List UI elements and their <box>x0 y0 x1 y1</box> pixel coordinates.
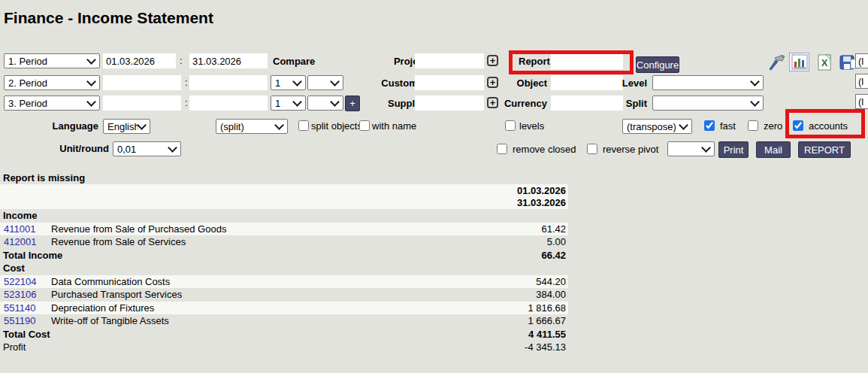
with-name-checkbox[interactable] <box>359 120 370 131</box>
account-code-link[interactable]: 411001 <box>0 223 51 235</box>
report-account-row: 523106Purchased Transport Services384.00 <box>0 288 568 302</box>
row-value: -4 345.13 <box>525 341 568 353</box>
row-label: Income <box>0 210 38 221</box>
period3-from-input[interactable] <box>103 96 181 111</box>
pivot-select[interactable] <box>667 141 715 156</box>
accounts-checkbox[interactable] <box>793 120 803 131</box>
with-name-label: with name <box>372 120 416 132</box>
period1-from-input[interactable] <box>103 53 176 68</box>
compare-label: Compare <box>273 56 315 67</box>
chevron-down-icon <box>750 77 760 86</box>
period3-select-value: 3. Period <box>8 98 47 109</box>
period1-select[interactable]: 1. Period <box>4 53 100 68</box>
account-value: 384.00 <box>536 289 568 300</box>
split-select[interactable] <box>652 96 764 111</box>
period1-to-input[interactable] <box>189 53 268 68</box>
row-value: 4 411.55 <box>528 329 568 340</box>
row-label: Total Income <box>0 250 62 261</box>
compare2-unit-select[interactable] <box>307 75 343 90</box>
level-select[interactable] <box>652 75 764 90</box>
project-input[interactable] <box>415 53 484 68</box>
remove-closed-checkbox[interactable] <box>497 144 507 154</box>
zero-checkbox[interactable] <box>748 120 758 131</box>
period2-to-input[interactable] <box>189 75 268 90</box>
chevron-down-icon <box>292 97 302 107</box>
report-input[interactable] <box>551 54 623 69</box>
chevron-down-icon <box>701 143 711 153</box>
excel-export-icon[interactable]: X <box>814 53 834 71</box>
split-mode-select[interactable]: (split) <box>216 119 288 134</box>
account-code-link[interactable]: 522104 <box>0 276 51 287</box>
page-title: Finance - Income Statement <box>4 9 213 27</box>
hammer-icon-svg <box>767 53 785 71</box>
report-section-row: Income <box>0 209 568 223</box>
side-panel-box-2[interactable]: (l <box>855 74 868 89</box>
project-plus-icon[interactable]: + <box>487 55 498 66</box>
unit-round-label: Unit/round <box>30 143 109 154</box>
compare3-unit-select[interactable] <box>307 96 343 111</box>
unit-round-select-value: 0,01 <box>117 144 136 155</box>
report-button[interactable]: REPORT <box>798 141 851 158</box>
chevron-down-icon <box>330 97 340 107</box>
account-value: 544.20 <box>536 276 568 287</box>
excel-export-icon-svg: X <box>815 53 833 71</box>
report-account-row: 412001Revenue from Sale of Services5.00 <box>0 235 568 249</box>
levels-label: levels <box>519 120 544 132</box>
chevron-down-icon <box>679 120 688 130</box>
row-label: Profit <box>0 341 26 353</box>
account-code-link[interactable]: 551140 <box>0 302 51 314</box>
period3-to-input[interactable] <box>189 96 268 111</box>
report-plain-row: Profit-4 345.13 <box>0 341 568 354</box>
mail-button[interactable]: Mail <box>756 141 791 158</box>
object-label: Object <box>481 77 547 89</box>
side-panel-box-1-text: (l <box>858 56 863 67</box>
print-button[interactable]: Print <box>718 141 749 158</box>
add-period-button[interactable]: + <box>345 96 360 111</box>
side-panel-box-3[interactable]: (l <box>855 94 868 109</box>
account-code-link[interactable]: 412001 <box>0 236 51 247</box>
account-code-link[interactable]: 551190 <box>0 315 51 326</box>
account-value: 1 666.67 <box>528 315 568 326</box>
chevron-down-icon <box>168 143 177 153</box>
fast-label: fast <box>720 120 736 132</box>
report-period-header: 01.03.2026 31.03.2026 <box>0 184 568 209</box>
reverse-pivot-checkbox[interactable] <box>587 144 597 154</box>
compare2-count-select[interactable]: 1 <box>271 75 306 90</box>
chevron-down-icon <box>86 55 96 65</box>
income-statement-page: Finance - Income Statement 1. Period : C… <box>0 0 868 373</box>
report-label: Report <box>519 56 550 67</box>
account-name: Data Communication Costs <box>51 276 294 287</box>
customer-input[interactable] <box>415 75 484 90</box>
report-account-row: 522104Data Communication Costs544.20 <box>0 275 568 289</box>
chevron-down-icon <box>750 97 760 107</box>
transpose-select[interactable]: (transpose) <box>622 119 692 134</box>
reverse-pivot-label: reverse pivot <box>603 144 658 155</box>
accounts-label: accounts <box>809 120 848 132</box>
save-icon[interactable] <box>837 53 857 71</box>
split-objects-checkbox[interactable] <box>298 120 309 131</box>
unit-round-select[interactable]: 0,01 <box>113 141 181 156</box>
configure-button[interactable]: Configure <box>636 56 679 73</box>
period2-from-input[interactable] <box>103 75 181 90</box>
report-section-row: Cost <box>0 262 568 275</box>
compare2-count-value: 1 <box>275 77 280 89</box>
hammer-icon[interactable] <box>766 53 786 71</box>
side-panel-box-1[interactable]: (l <box>855 53 868 68</box>
account-name: Revenue from Sale of Services <box>51 236 299 247</box>
language-select[interactable]: English <box>103 119 150 134</box>
bar-chart-icon[interactable] <box>789 53 809 71</box>
period1-select-value: 1. Period <box>8 56 47 67</box>
account-name: Revenue from Sale of Purchased Goods <box>51 223 296 235</box>
levels-checkbox[interactable] <box>505 120 516 131</box>
report-table: Income411001Revenue from Sale of Purchas… <box>0 209 568 354</box>
compare3-count-select[interactable]: 1 <box>271 96 306 111</box>
period2-select[interactable]: 2. Period <box>4 75 100 90</box>
compare3-count-value: 1 <box>275 98 280 109</box>
period2-select-value: 2. Period <box>8 77 47 89</box>
account-value: 5.00 <box>547 236 568 247</box>
fast-checkbox[interactable] <box>704 120 715 131</box>
supplier-input[interactable] <box>415 96 484 111</box>
period3-select[interactable]: 3. Period <box>4 96 100 111</box>
report-period-to: 31.03.2026 <box>0 197 568 209</box>
account-code-link[interactable]: 523106 <box>0 289 51 300</box>
